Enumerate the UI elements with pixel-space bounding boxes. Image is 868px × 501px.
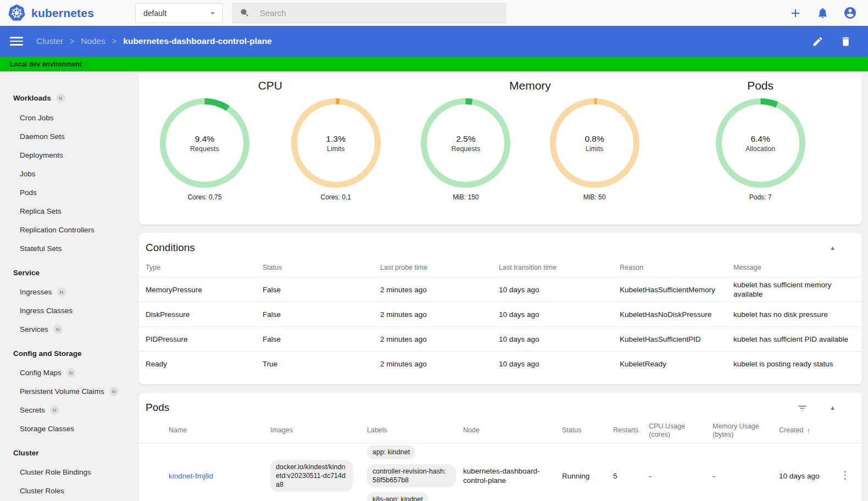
collapse-card-button[interactable]: ▲	[830, 404, 836, 411]
column-header: Last probe time	[380, 260, 499, 275]
pod-label-chip: k8s-app: kindnet	[367, 492, 429, 501]
namespace-selector[interactable]: default	[135, 3, 223, 23]
kubernetes-logo[interactable]: kubernetes	[8, 4, 135, 22]
sidebar-item-replica-sets[interactable]: Replica Sets	[0, 202, 139, 220]
chevron-up-icon: ▲	[830, 244, 836, 251]
sidebar-item-jobs[interactable]: Jobs	[0, 164, 139, 183]
sidebar-item-storage-classes[interactable]: Storage Classes	[0, 419, 139, 438]
namespaced-badge: N	[109, 387, 119, 396]
donut-label: Limits	[327, 145, 345, 153]
sidebar-item-label: Cron Jobs	[20, 114, 54, 122]
row-actions-button[interactable]: ⋮	[840, 472, 850, 478]
breadcrumb-cluster[interactable]: Cluster	[36, 36, 63, 46]
pod-status: Running	[555, 471, 607, 481]
pod-label-chip: controller-revision-hash: 58f5b657b8	[367, 464, 456, 487]
filter-button[interactable]	[797, 403, 808, 413]
pod-name-link[interactable]: kindnet-fmj8d	[169, 472, 213, 480]
bell-icon	[816, 7, 829, 19]
sidebar-item-label: Persistent Volume Claims	[20, 387, 104, 396]
sidebar-item-ingress-classes[interactable]: Ingress Classes	[0, 301, 139, 320]
sidebar-item-label: Jobs	[20, 170, 36, 178]
sidebar-item-services[interactable]: ServicesN	[0, 320, 139, 338]
sidebar-item-persistent-volume-claims[interactable]: Persistent Volume ClaimsN	[0, 382, 139, 400]
sidebar-section-workloads[interactable]: Workloads N	[0, 86, 139, 108]
sidebar-item-label: Replica Sets	[20, 207, 62, 215]
page-title: kubernetes-dashboard-control-plane	[123, 36, 271, 46]
column-header-node[interactable]: Node	[457, 426, 555, 435]
column-header-label: Created	[779, 426, 803, 435]
column-header: Type	[146, 260, 263, 275]
condition-reason: KubeletHasSufficientPID	[620, 332, 733, 347]
sidebar-item-cluster-roles[interactable]: Cluster Roles	[0, 481, 139, 500]
sidebar-item-label: Services	[20, 325, 48, 333]
column-header-cpu-usage[interactable]: CPU Usage (cores)	[642, 422, 706, 439]
column-header: Message	[733, 260, 862, 275]
condition-status: False	[263, 332, 380, 347]
sidebar-item-label: Cluster Roles	[20, 487, 64, 495]
namespaced-badge: N	[66, 368, 76, 377]
column-header-name[interactable]: Name	[162, 426, 264, 435]
edit-button[interactable]	[812, 36, 824, 47]
collapse-card-button[interactable]: ▲	[830, 244, 836, 251]
pods-title: Pods	[146, 402, 169, 414]
table-row: DiskPressure False 2 minutes ago 10 days…	[139, 302, 862, 326]
condition-type: DiskPressure	[146, 307, 263, 322]
conditions-header-row: Type Status Last probe time Last transit…	[139, 258, 862, 277]
sidebar-item-secrets[interactable]: SecretsN	[0, 400, 139, 419]
allocation-metrics-card: CPU 9.4% Requests	[139, 71, 862, 225]
sidebar-item-cluster-role-bindings[interactable]: Cluster Role Bindings	[0, 463, 139, 481]
pods-metric-title: Pods	[659, 76, 862, 98]
namespace-value: default	[143, 9, 166, 18]
sidebar-item-cron-jobs[interactable]: Cron Jobs	[0, 108, 139, 127]
column-header-restarts[interactable]: Restarts	[607, 426, 642, 435]
menu-button[interactable]	[10, 37, 23, 46]
conditions-title: Conditions	[146, 242, 195, 254]
sidebar-item-deployments[interactable]: Deployments	[0, 146, 139, 164]
condition-type: Ready	[146, 357, 263, 371]
pod-label-chip: app: kindnet	[367, 445, 415, 459]
pods-card: Pods ▲ Name Images Labels Node Status	[139, 393, 862, 501]
table-row: MemoryPressure False 2 minutes ago 10 da…	[139, 277, 862, 302]
sidebar-section-cluster[interactable]: Cluster	[0, 441, 139, 463]
notifications-button[interactable]	[816, 7, 829, 19]
sidebar-item-pods[interactable]: Pods	[0, 183, 139, 202]
sidebar-item-daemon-sets[interactable]: Daemon Sets	[0, 127, 139, 146]
condition-last-transition: 10 days ago	[499, 332, 620, 347]
sidebar-item-config-maps[interactable]: Config MapsN	[0, 363, 139, 382]
donut-chart-memory-limits: 0.8% Limits MiB: 50	[549, 98, 640, 201]
cpu-metric-title: CPU	[139, 76, 402, 98]
condition-reason: KubeletHasSufficientMemory	[620, 282, 733, 297]
trash-icon	[840, 36, 852, 47]
column-header-memory-usage[interactable]: Memory Usage (bytes)	[706, 422, 772, 439]
account-button[interactable]	[843, 6, 857, 20]
column-header-labels[interactable]: Labels	[360, 426, 457, 435]
pod-cpu-usage: -	[642, 471, 706, 481]
breadcrumb: Cluster > Nodes > kubernetes-dashboard-c…	[36, 36, 272, 46]
sidebar-section-service[interactable]: Service	[0, 261, 139, 282]
sidebar-item-stateful-sets[interactable]: Stateful Sets	[0, 239, 139, 258]
condition-last-transition: 10 days ago	[499, 307, 620, 322]
column-header-status[interactable]: Status	[555, 426, 607, 435]
donut-percent: 6.4%	[750, 134, 770, 144]
sidebar-item-label: Secrets	[20, 406, 45, 414]
condition-type: PIDPressure	[146, 332, 263, 347]
condition-type: MemoryPressure	[146, 282, 263, 297]
chevron-up-icon: ▲	[830, 404, 836, 411]
search-input[interactable]	[260, 8, 499, 18]
column-header-images[interactable]: Images	[264, 426, 360, 435]
sidebar-item-ingresses[interactable]: IngressesN	[0, 282, 139, 301]
donut-footer: Cores: 0,75	[159, 193, 250, 201]
sidebar-section-label: Workloads	[13, 94, 51, 102]
sidebar-section-config-and-storage[interactable]: Config and Storage	[0, 342, 139, 363]
top-header: kubernetes default	[0, 0, 868, 26]
sidebar-item-label: Stateful Sets	[20, 244, 62, 253]
column-header-created[interactable]: Created ↑	[772, 426, 840, 435]
chevron-down-icon	[207, 8, 218, 19]
donut-footer: Pods: 7	[715, 193, 806, 201]
create-resource-button[interactable]	[789, 7, 802, 20]
breadcrumb-nodes[interactable]: Nodes	[81, 36, 105, 46]
sidebar-item-replication-controllers[interactable]: Replication Controllers	[0, 220, 139, 239]
delete-button[interactable]	[840, 36, 852, 47]
condition-status: False	[263, 307, 380, 322]
breadcrumb-bar: Cluster > Nodes > kubernetes-dashboard-c…	[0, 26, 868, 57]
